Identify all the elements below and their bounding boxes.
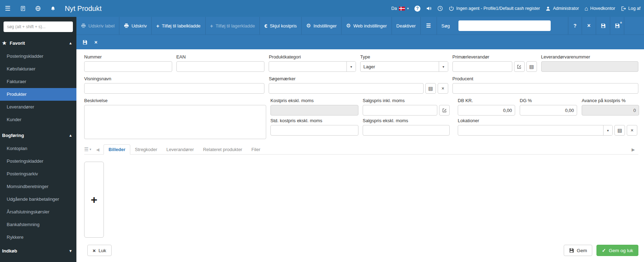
salgspris-inkl-input[interactable] xyxy=(363,105,437,116)
detail-tabs: ☰ ▾ ◀ Billeder Stregkoder Leverandører R… xyxy=(84,144,638,155)
toolbar-save-button[interactable] xyxy=(596,17,610,35)
sidebar-item-kontoplan[interactable]: Kontoplan xyxy=(0,142,76,155)
sidebar-item-posteringskladder-2[interactable]: Posteringskladder xyxy=(0,155,76,168)
type-select[interactable]: Lager ▾ xyxy=(360,61,448,72)
producent-input[interactable] xyxy=(452,83,638,94)
agent-status-label: Ingen agent - Profile1/Default cash regi… xyxy=(456,6,540,11)
section-label: Bogføring xyxy=(2,133,24,138)
sidebar-item-bankafstemning[interactable]: Bankafstemning xyxy=(0,218,76,231)
beskrivelse-textarea[interactable] xyxy=(84,105,266,139)
star-icon: ★ xyxy=(2,40,7,46)
sidebar-item-posteringsarkiv[interactable]: Posteringsarkiv xyxy=(0,168,76,180)
tabs-scroll-left-button[interactable]: ◀ xyxy=(93,147,104,154)
deactivate-button[interactable]: Deaktiver xyxy=(392,17,421,35)
list-icon: ▤ xyxy=(529,64,534,69)
sidebar-item-aarsafslutningskoersler[interactable]: Årsafslutningskørsler xyxy=(0,206,76,218)
soegemaerker-list-button[interactable]: ▤ xyxy=(425,83,436,94)
sidebar-search-input[interactable] xyxy=(4,21,73,32)
logout-button[interactable]: Log af xyxy=(621,6,640,11)
close-icon: × xyxy=(631,127,633,133)
add-image-button[interactable]: + xyxy=(84,162,104,238)
sidebar-item-leverandoerer[interactable]: Leverandører xyxy=(0,101,76,113)
close-form-button[interactable]: × Luk xyxy=(87,245,112,256)
cancel-record-button[interactable]: × xyxy=(94,39,98,45)
sidebar-item-rykkere[interactable]: Rykkere xyxy=(0,231,76,244)
sidebar-section-favorit[interactable]: ★ Favorit ▴ xyxy=(0,36,76,50)
dg-pct-input[interactable] xyxy=(520,105,577,116)
field-label: Produktkategori xyxy=(269,54,356,60)
caret-down-icon[interactable]: ▾ xyxy=(603,125,612,135)
toolbar-search-label-wrap: Søg xyxy=(437,17,455,35)
user-menu[interactable]: Administrator xyxy=(545,6,579,11)
toolbar-save-new-button[interactable]: + xyxy=(610,17,624,35)
toolbar-close-button[interactable]: × xyxy=(582,17,596,35)
primaerleverandoer-edit-button[interactable] xyxy=(514,61,525,72)
sidebar-section-bogfoering[interactable]: Bogføring ▴ xyxy=(0,128,76,142)
close-icon: × xyxy=(587,23,590,29)
notifications-button[interactable] xyxy=(45,0,61,17)
sidebar-item-kunder[interactable]: Kunder xyxy=(0,113,76,126)
toolbar-search-input[interactable] xyxy=(458,20,551,31)
sidebar-item-momsindberetninger[interactable]: Momsindberetninger xyxy=(0,180,76,193)
save-icon xyxy=(569,248,574,253)
hamburger-menu-button[interactable]: ☰ xyxy=(0,0,15,17)
db-kr-input[interactable] xyxy=(458,105,515,116)
sidebar-item-produkter[interactable]: Produkter xyxy=(0,88,76,101)
print-button[interactable]: Udskriv xyxy=(119,17,151,35)
salgspris-edit-button[interactable] xyxy=(439,105,450,116)
web-settings-button[interactable]: ⚙ Web indstillinger xyxy=(342,17,392,35)
euro-icon: € xyxy=(264,23,267,29)
lokationer-list-button[interactable]: ▤ xyxy=(614,125,625,136)
agent-status[interactable]: Ingen agent - Profile1/Default cash regi… xyxy=(449,6,540,11)
tab-billeder[interactable]: Billeder xyxy=(104,144,130,155)
tab-relateret-produkter[interactable]: Relateret produkter xyxy=(199,145,247,154)
primaerleverandoer-list-button[interactable]: ▤ xyxy=(526,61,537,72)
hide-costprice-button[interactable]: € Skjul kostpris xyxy=(260,17,302,35)
std-kostpris-input[interactable] xyxy=(270,125,358,136)
settings-button[interactable]: ⚙ Indstillinger xyxy=(302,17,342,35)
save-button[interactable]: Gem xyxy=(564,245,592,256)
add-to-lagerkladde-button[interactable]: + Tilføj til lagerkladde xyxy=(206,17,260,35)
sound-button[interactable] xyxy=(426,6,432,11)
print-label-button[interactable]: Udskriv label xyxy=(76,17,119,35)
office-menu[interactable]: ⌂ Hovedkontor xyxy=(584,6,615,12)
soegemaerker-clear-button[interactable]: × xyxy=(438,83,448,94)
save-record-button[interactable] xyxy=(82,40,87,45)
form-row-2: Visningsnavn Søgemærker ▤ × Producent xyxy=(84,76,638,94)
journal-button[interactable] xyxy=(15,0,30,17)
tab-leverandoerer[interactable]: Leverandører xyxy=(162,145,199,154)
language-selector[interactable]: Da ▾ xyxy=(391,6,409,11)
sidebar-section-indkoeb[interactable]: Indkøb ▾ xyxy=(0,244,76,258)
sidebar-item-koebsfakturaer[interactable]: Købsfakturaer xyxy=(0,63,76,75)
nummer-input[interactable] xyxy=(84,61,172,72)
lokationer-clear-button[interactable]: × xyxy=(627,125,637,136)
salgspris-ekskl-input[interactable] xyxy=(363,125,450,136)
help-button[interactable]: ? xyxy=(414,6,420,12)
tab-filer[interactable]: Filer xyxy=(247,145,265,154)
sidebar-item-posteringskladder[interactable]: Posteringskladder xyxy=(0,50,76,63)
toolbar-menu-button[interactable]: ☰ xyxy=(421,17,437,35)
button-label: Web indstillinger xyxy=(353,23,387,29)
add-to-labelkladde-button[interactable]: + Tilføj til labelkladde xyxy=(152,17,206,35)
caret-down-icon[interactable]: ▾ xyxy=(346,62,356,71)
tab-stregkoder[interactable]: Stregkoder xyxy=(130,145,162,154)
save-and-close-button[interactable]: ✓ Gem og luk xyxy=(596,245,638,256)
visningsnavn-input[interactable] xyxy=(84,83,264,94)
sidebar-item-fakturaer[interactable]: Fakturaer xyxy=(0,75,76,88)
tabs-scroll-right-button[interactable]: ▶ xyxy=(632,147,635,152)
product-form: Nummer EAN Produktkategori ▾ Type Lager … xyxy=(76,49,644,262)
caret-down-icon[interactable]: ▾ xyxy=(439,62,448,71)
field-produktkategori: Produktkategori ▾ xyxy=(269,54,356,72)
tab-list-menu-button[interactable]: ☰ ▾ xyxy=(84,146,93,154)
sidebar-item-udgaaende-bankbetalinger[interactable]: Udgående bankbetalinger xyxy=(0,193,76,206)
toolbar-help-button[interactable]: ? xyxy=(568,17,582,35)
list-icon: ▤ xyxy=(428,86,433,91)
globe-button[interactable] xyxy=(30,0,45,17)
clock-button[interactable] xyxy=(437,6,443,11)
globe-icon xyxy=(35,6,41,11)
primaerleverandoer-input[interactable] xyxy=(452,61,512,72)
produktkategori-select[interactable]: ▾ xyxy=(269,61,356,72)
lokationer-select[interactable]: ▾ xyxy=(458,125,613,136)
soegemaerker-input[interactable] xyxy=(269,83,423,94)
ean-input[interactable] xyxy=(176,61,265,72)
